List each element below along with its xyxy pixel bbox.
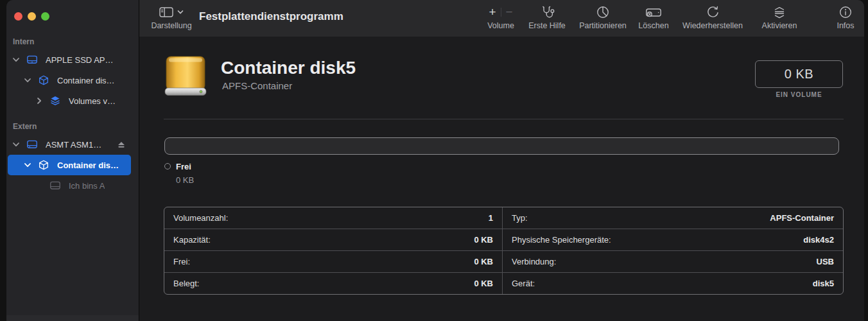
- chevron-down-icon[interactable]: [23, 76, 32, 84]
- sidebar-item-label: ASMT ASM1…: [46, 140, 101, 150]
- row-label: Belegt:: [173, 279, 199, 288]
- external-drive-icon: [27, 139, 37, 150]
- remove-volume-icon[interactable]: −: [506, 6, 513, 19]
- legend-label: Frei: [176, 162, 194, 171]
- view-button-label: Darstellung: [151, 21, 191, 30]
- window-controls: [14, 12, 49, 21]
- divider: [164, 119, 844, 119]
- pie-chart-icon: [596, 4, 610, 20]
- details-column-right: Typ: APFS-Container Physische Speicherge…: [502, 207, 843, 294]
- sidebar-item-apple-ssd[interactable]: APPLE SSD AP…: [8, 49, 131, 70]
- restore-arrow-icon: [706, 4, 720, 20]
- volume-button[interactable]: + − Volume: [478, 4, 523, 30]
- gold-external-drive-icon: [164, 56, 207, 97]
- internal-drive-icon: [27, 55, 37, 65]
- window-title: Festplattendienstprogramm: [199, 10, 343, 23]
- sidebar-item-label: Container dis…: [57, 76, 115, 85]
- table-row: Verbindung: USB: [503, 251, 843, 273]
- info-button-label: Infos: [837, 21, 854, 30]
- row-value: 1: [489, 213, 493, 223]
- sidebar-item-container-external-selected[interactable]: Container dis…: [8, 155, 131, 175]
- row-label: Physische Speichergeräte:: [512, 235, 611, 245]
- sidebar-panel-icon: [159, 7, 173, 17]
- volume-button-label: Volume: [487, 21, 514, 30]
- chevron-down-icon: [177, 10, 184, 15]
- table-row: Belegt: 0 KB: [164, 273, 502, 294]
- table-row: Volumeanzahl: 1: [164, 207, 502, 229]
- container-cube-icon: [39, 160, 49, 170]
- row-value: 0 KB: [474, 257, 493, 266]
- details-column-left: Volumeanzahl: 1 Kapazität: 0 KB Frei: 0 …: [164, 207, 502, 294]
- sidebar-item-ich-bins-a[interactable]: Ich bins A: [8, 175, 131, 196]
- table-row: Frei: 0 KB: [164, 251, 502, 273]
- usage-bar: [164, 137, 839, 155]
- chevron-right-icon[interactable]: [35, 97, 44, 105]
- row-label: Kapazität:: [173, 235, 211, 245]
- row-label: Typ:: [512, 213, 528, 223]
- restore-button[interactable]: Wiederherstellen: [671, 4, 754, 30]
- row-label: Frei:: [173, 257, 190, 266]
- sidebar-item-label: Container dis…: [57, 160, 119, 170]
- row-value: APFS-Container: [770, 213, 834, 223]
- device-subtitle: APFS-Container: [222, 80, 292, 91]
- table-row: Kapazität: 0 KB: [164, 229, 502, 251]
- legend-free: Frei 0 KB: [164, 162, 194, 185]
- row-value: 0 KB: [474, 279, 493, 288]
- row-value: 0 KB: [474, 235, 493, 245]
- eject-icon[interactable]: [117, 141, 125, 148]
- main-content: Container disk5 APFS-Container 0 KB EIN …: [139, 37, 864, 321]
- info-button[interactable]: Infos: [826, 4, 864, 30]
- sidebar-item-asmt-drive[interactable]: ASMT ASM1…: [8, 134, 131, 155]
- sidebar-section-extern: Extern: [13, 122, 37, 131]
- details-table: Volumeanzahl: 1 Kapazität: 0 KB Frei: 0 …: [164, 207, 844, 295]
- size-badge: 0 KB: [755, 60, 843, 88]
- row-label: Verbindung:: [512, 257, 556, 266]
- stethoscope-icon: [540, 4, 555, 20]
- table-row: Gerät: disk5: [503, 273, 843, 294]
- mount-stack-icon: [772, 4, 786, 20]
- sidebar: Intern APPLE SSD AP… Container dis…: [6, 0, 139, 321]
- chevron-down-icon[interactable]: [12, 141, 21, 148]
- divider: [501, 8, 501, 17]
- mount-button[interactable]: Aktivieren: [751, 4, 808, 30]
- size-badge-caption: EIN VOLUME: [755, 91, 843, 98]
- legend-swatch-icon: [164, 163, 171, 169]
- sidebar-item-container-internal[interactable]: Container dis…: [8, 70, 131, 91]
- table-row: Typ: APFS-Container: [503, 207, 843, 229]
- legend-value: 0 KB: [176, 175, 194, 185]
- restore-button-label: Wiederherstellen: [682, 21, 743, 30]
- chevron-down-icon[interactable]: [12, 56, 21, 64]
- row-label: Gerät:: [512, 279, 535, 288]
- partition-button[interactable]: Partitionieren: [568, 4, 638, 30]
- add-volume-icon[interactable]: +: [489, 6, 496, 19]
- sidebar-item-label: Volumes v…: [69, 96, 116, 106]
- close-window-button[interactable]: [14, 12, 22, 21]
- chevron-spacer: [35, 182, 44, 189]
- toolbar: Darstellung Festplattendienstprogramm + …: [139, 0, 864, 37]
- zoom-window-button[interactable]: [41, 12, 49, 21]
- volume-drive-icon: [50, 180, 60, 191]
- sidebar-section-intern: Intern: [13, 37, 34, 46]
- mount-button-label: Aktivieren: [762, 21, 797, 30]
- row-value: USB: [817, 257, 834, 266]
- table-row: Physische Speichergeräte: disk4s2: [503, 229, 843, 251]
- erase-button[interactable]: Löschen: [631, 4, 676, 30]
- sidebar-item-label: Ich bins A: [69, 181, 105, 191]
- row-label: Volumeanzahl:: [173, 213, 228, 223]
- sidebar-item-label: APPLE SSD AP…: [46, 55, 114, 65]
- partition-button-label: Partitionieren: [579, 21, 627, 30]
- disk-utility-window: Intern APPLE SSD AP… Container dis…: [6, 0, 864, 321]
- first-aid-button-label: Erste Hilfe: [528, 21, 566, 30]
- device-title: Container disk5: [221, 58, 356, 78]
- erase-disk-icon: [645, 4, 662, 20]
- minimize-window-button[interactable]: [28, 12, 36, 21]
- container-cube-icon: [39, 75, 49, 85]
- first-aid-button[interactable]: Erste Hilfe: [521, 4, 573, 30]
- sidebar-item-volumes[interactable]: Volumes v…: [8, 91, 131, 111]
- volumes-layers-icon: [50, 96, 60, 106]
- chevron-down-icon[interactable]: [23, 161, 32, 169]
- row-value: disk4s2: [803, 235, 834, 245]
- info-circle-icon: [838, 4, 853, 20]
- view-button[interactable]: Darstellung: [147, 4, 196, 30]
- row-value: disk5: [813, 279, 834, 288]
